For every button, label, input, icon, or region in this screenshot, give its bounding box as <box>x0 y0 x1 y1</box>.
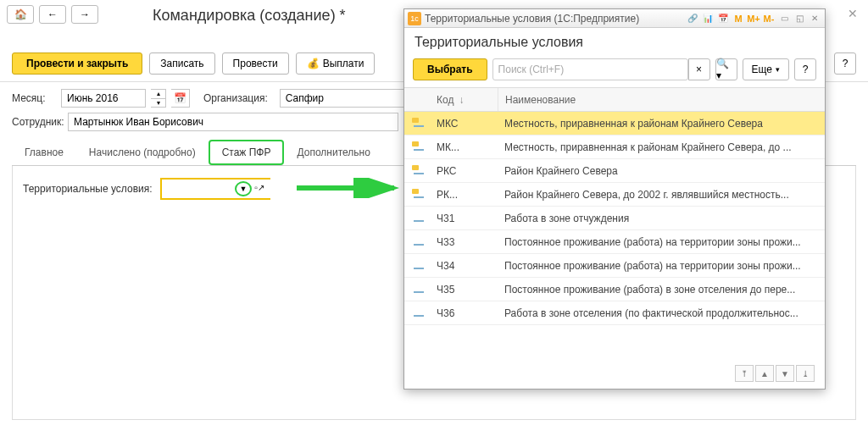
page-first[interactable]: ⤒ <box>735 365 754 382</box>
row-name: Район Крайнего Севера <box>498 165 825 177</box>
table-row[interactable]: МКСМестность, приравненная к районам Кра… <box>404 112 825 135</box>
row-code: Ч31 <box>433 213 498 224</box>
app-icon: 1c <box>408 12 421 25</box>
restore-icon[interactable]: ◱ <box>793 12 806 25</box>
search-input[interactable]: Поиск (Ctrl+F) <box>492 58 688 80</box>
modal-titlebar[interactable]: 1c Территориальные условия (1С:Предприят… <box>404 9 825 28</box>
arrow-annotation <box>297 178 407 198</box>
forward-button[interactable]: → <box>71 5 98 24</box>
territorial-input-wrap: ▼ ▫↗ <box>160 178 270 200</box>
row-name: Постоянное проживание (работа) в зоне от… <box>498 284 825 296</box>
tab-main[interactable]: Главное <box>12 141 76 166</box>
clear-search-icon[interactable]: × <box>688 58 710 80</box>
col-code[interactable]: Код↓ <box>433 94 498 106</box>
home-button[interactable]: 🏠 <box>7 5 34 24</box>
table-row[interactable]: Ч34Постоянное проживание (работа) на тер… <box>404 254 825 278</box>
post-button[interactable]: Провести <box>222 52 289 75</box>
mem-mplus[interactable]: M+ <box>747 12 760 25</box>
tab-pfr[interactable]: Стаж ПФР <box>209 140 285 165</box>
mem-mminus[interactable]: M- <box>762 12 776 25</box>
employee-label: Сотрудник: <box>12 116 63 128</box>
month-spinner[interactable]: ▴▾ <box>151 89 166 108</box>
month-label: Месяц: <box>12 92 56 104</box>
page-down[interactable]: ▼ <box>776 365 794 382</box>
row-code: РКС <box>433 165 498 177</box>
month-field[interactable] <box>61 89 146 108</box>
modal-territorial: 1c Территориальные условия (1С:Предприят… <box>403 8 826 390</box>
back-button[interactable]: ← <box>39 5 66 24</box>
calendar-icon[interactable]: 📅 <box>171 89 190 108</box>
row-code: Ч36 <box>433 307 498 319</box>
select-button[interactable]: Выбрать <box>413 58 487 80</box>
payout-button[interactable]: 💰Выплати <box>296 52 376 75</box>
row-name: Постоянное проживание (работа) на террит… <box>498 236 825 248</box>
dropdown-icon[interactable]: ▼ <box>235 181 252 196</box>
table-row[interactable]: Ч33Постоянное проживание (работа) на тер… <box>404 230 825 254</box>
row-name: Местность, приравненная к районам Крайне… <box>498 118 825 130</box>
minimize-icon[interactable]: ▭ <box>777 12 791 25</box>
row-code: РК... <box>433 189 498 201</box>
modal-titlebar-text: Территориальные условия (1С:Предприятие) <box>425 13 686 25</box>
open-icon[interactable]: ▫↗ <box>252 183 267 192</box>
close-icon[interactable]: ✕ <box>848 7 858 20</box>
table-row[interactable]: МК...Местность, приравненная к районам К… <box>404 135 825 159</box>
row-name: Постоянное проживание (работа) на террит… <box>498 260 825 272</box>
grid: Код↓ Наименование МКСМестность, приравне… <box>404 87 825 325</box>
org-label: Организация: <box>203 92 271 104</box>
row-code: Ч33 <box>433 236 498 248</box>
tab-accrued[interactable]: Начислено (подробно) <box>76 141 209 166</box>
row-name: Местность, приравненная к районам Крайне… <box>498 141 825 153</box>
employee-field[interactable] <box>68 113 398 131</box>
row-code: МКС <box>433 118 498 130</box>
page-up[interactable]: ▲ <box>755 365 774 382</box>
modal-header: Территориальные условия <box>404 28 825 55</box>
table-row[interactable]: Ч36Работа в зоне отселения (по фактическ… <box>404 301 825 325</box>
post-and-close-button[interactable]: Провести и закрыть <box>12 52 142 75</box>
table-row[interactable]: РКСРайон Крайнего Севера <box>404 159 825 183</box>
tool-icon-3[interactable]: 📅 <box>716 12 730 25</box>
table-row[interactable]: Ч31Работа в зоне отчуждения <box>404 207 825 230</box>
help-button[interactable]: ? <box>834 52 856 75</box>
territorial-input[interactable] <box>162 180 296 198</box>
row-name: Работа в зоне отчуждения <box>498 213 825 224</box>
page-title: Командировка (создание) * <box>153 7 346 25</box>
tab-additional[interactable]: Дополнительно <box>284 141 382 166</box>
row-code: МК... <box>433 141 498 153</box>
save-button[interactable]: Записать <box>149 52 214 75</box>
help-modal-button[interactable]: ? <box>794 58 816 80</box>
col-name[interactable]: Наименование <box>498 88 825 111</box>
tool-icon-1[interactable]: 🔗 <box>686 12 699 25</box>
row-name: Работа в зоне отселения (по фактической … <box>498 307 825 319</box>
table-row[interactable]: Ч35Постоянное проживание (работа) в зоне… <box>404 278 825 301</box>
page-last[interactable]: ⤓ <box>796 365 815 382</box>
more-button[interactable]: Еще▾ <box>743 58 789 80</box>
territorial-label: Территориальные условия: <box>23 183 153 195</box>
search-button[interactable]: 🔍 ▾ <box>715 58 737 80</box>
tool-icon-2[interactable]: 📊 <box>701 12 715 25</box>
row-code: Ч35 <box>433 284 498 296</box>
table-row[interactable]: РК...Район Крайнего Севера, до 2002 г. я… <box>404 183 825 207</box>
row-code: Ч34 <box>433 260 498 272</box>
grid-header: Код↓ Наименование <box>404 88 825 112</box>
close-modal-icon[interactable]: ✕ <box>808 12 821 25</box>
mem-m[interactable]: M <box>732 12 745 25</box>
row-name: Район Крайнего Севера, до 2002 г. являвш… <box>498 189 825 201</box>
